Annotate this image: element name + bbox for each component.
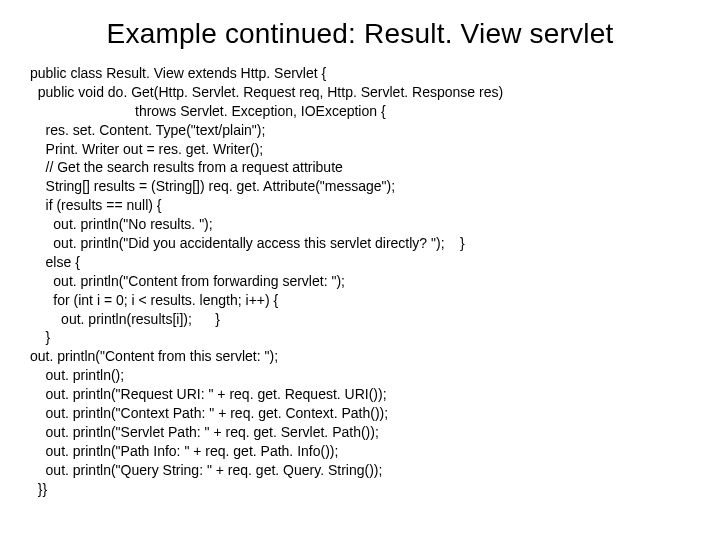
code-line: out. println("Servlet Path: " + req. get… (30, 423, 690, 442)
code-line: else { (30, 253, 690, 272)
code-line: out. println(); (30, 366, 690, 385)
code-line: Print. Writer out = res. get. Writer(); (30, 140, 690, 159)
code-line: public class Result. View extends Http. … (30, 64, 690, 83)
code-line: // Get the search results from a request… (30, 158, 690, 177)
code-line: public void do. Get(Http. Servlet. Reque… (30, 83, 690, 102)
code-line: out. println("No results. "); (30, 215, 690, 234)
code-line: out. println("Context Path: " + req. get… (30, 404, 690, 423)
code-line: out. println("Query String: " + req. get… (30, 461, 690, 480)
code-line: out. println("Did you accidentally acces… (30, 234, 690, 253)
code-line: out. println(results[i]); } (30, 310, 690, 329)
code-block: public class Result. View extends Http. … (30, 64, 690, 498)
slide: Example continued: Result. View servlet … (0, 0, 720, 540)
code-line: String[] results = (String[]) req. get. … (30, 177, 690, 196)
code-line: res. set. Content. Type("text/plain"); (30, 121, 690, 140)
code-line: out. println("Content from forwarding se… (30, 272, 690, 291)
code-line: out. println("Request URI: " + req. get.… (30, 385, 690, 404)
code-line: if (results == null) { (30, 196, 690, 215)
code-line: }} (30, 480, 690, 499)
code-line: out. println("Content from this servlet:… (30, 347, 690, 366)
code-line: throws Servlet. Exception, IOException { (30, 102, 690, 121)
code-line: } (30, 328, 690, 347)
code-line: for (int i = 0; i < results. length; i++… (30, 291, 690, 310)
slide-title: Example continued: Result. View servlet (30, 18, 690, 50)
code-line: out. println("Path Info: " + req. get. P… (30, 442, 690, 461)
